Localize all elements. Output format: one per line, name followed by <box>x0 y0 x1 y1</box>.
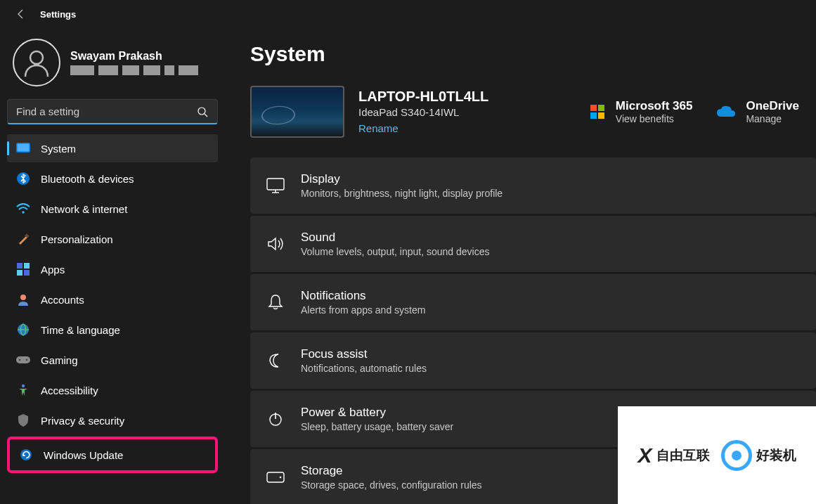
globe-icon <box>15 322 31 337</box>
watermark-circle-icon <box>721 440 752 471</box>
profile-name: Swayam Prakash <box>70 50 198 63</box>
svg-rect-10 <box>17 270 22 276</box>
cloud-name: Microsoft 365 <box>616 99 693 113</box>
back-button[interactable] <box>14 7 28 21</box>
svg-rect-25 <box>267 179 284 190</box>
onedrive-icon <box>716 105 736 119</box>
nav-list: System Bluetooth & devices Network & int… <box>7 134 218 473</box>
watermark-text-left: 自由互联 <box>656 446 710 465</box>
setting-subtitle: Alerts from apps and system <box>301 304 425 316</box>
svg-rect-21 <box>590 105 597 111</box>
cloud-sub: Manage <box>746 113 799 124</box>
svg-point-19 <box>22 385 25 387</box>
nav-label: Network & internet <box>41 203 127 215</box>
setting-sound[interactable]: Sound Volume levels, output, input, soun… <box>250 216 816 272</box>
sidebar-item-gaming[interactable]: Gaming <box>7 346 218 374</box>
brush-icon <box>15 231 31 247</box>
setting-display[interactable]: Display Monitors, brightness, night ligh… <box>250 157 816 214</box>
nav-label: Accounts <box>41 294 84 306</box>
svg-rect-23 <box>590 112 597 119</box>
svg-point-31 <box>280 477 282 479</box>
svg-point-12 <box>20 295 26 300</box>
cloud-sub: View benefits <box>616 113 693 124</box>
ms365-link[interactable]: Microsoft 365 View benefits <box>589 99 693 124</box>
setting-notifications[interactable]: Notifications Alerts from apps and syste… <box>250 274 816 330</box>
onedrive-link[interactable]: OneDrive Manage <box>716 99 799 124</box>
sidebar-item-system[interactable]: System <box>7 134 218 162</box>
page-title: System <box>250 42 816 66</box>
rename-link[interactable]: Rename <box>358 122 399 134</box>
titlebar: Settings <box>0 0 816 28</box>
setting-subtitle: Notifications, automatic rules <box>301 363 427 374</box>
setting-title: Display <box>301 172 503 186</box>
setting-title: Notifications <box>301 289 425 303</box>
sidebar-item-bluetooth[interactable]: Bluetooth & devices <box>7 164 218 193</box>
setting-subtitle: Monitors, brightness, night light, displ… <box>301 188 503 199</box>
ms365-icon <box>589 103 606 120</box>
update-icon <box>18 447 34 463</box>
setting-focus-assist[interactable]: Focus assist Notifications, automatic ru… <box>250 332 816 389</box>
svg-rect-9 <box>24 263 30 269</box>
svg-point-6 <box>22 211 25 214</box>
watermark-text-right: 好装机 <box>756 446 796 465</box>
svg-point-0 <box>30 51 43 64</box>
person-icon <box>15 292 31 307</box>
person-icon <box>21 47 52 78</box>
display-icon <box>266 176 285 195</box>
sidebar-item-network[interactable]: Network & internet <box>7 195 218 223</box>
profile-email-redacted <box>70 65 198 75</box>
setting-title: Sound <box>301 231 490 245</box>
nav-label: Personalization <box>41 233 113 245</box>
sidebar-item-personalization[interactable]: Personalization <box>7 225 218 253</box>
svg-point-17 <box>19 359 21 361</box>
svg-rect-22 <box>598 105 604 111</box>
setting-subtitle: Sleep, battery usage, battery saver <box>301 421 453 432</box>
avatar <box>13 39 60 86</box>
svg-point-18 <box>26 359 28 361</box>
sidebar-item-apps[interactable]: Apps <box>7 255 218 283</box>
bluetooth-icon <box>15 171 31 186</box>
nav-label: Privacy & security <box>41 415 124 427</box>
cloud-name: OneDrive <box>746 99 799 113</box>
profile-section[interactable]: Swayam Prakash <box>7 35 218 99</box>
setting-title: Focus assist <box>301 347 427 361</box>
nav-label: System <box>41 143 76 155</box>
watermark-logo-x: X <box>637 444 652 467</box>
svg-rect-8 <box>17 263 22 269</box>
drive-icon <box>266 467 285 487</box>
nav-label: Windows Update <box>44 449 123 461</box>
sidebar-item-accounts[interactable]: Accounts <box>7 285 218 314</box>
watermark: X 自由互联 好装机 <box>618 406 816 504</box>
sidebar-item-privacy[interactable]: Privacy & security <box>7 406 218 434</box>
sidebar-item-windows-update[interactable]: Windows Update <box>7 437 218 473</box>
accessibility-icon <box>15 382 31 398</box>
device-thumbnail[interactable] <box>250 86 344 138</box>
gamepad-icon <box>15 352 31 368</box>
shield-icon <box>15 413 31 428</box>
setting-title: Power & battery <box>301 406 453 420</box>
search-box[interactable] <box>7 99 218 124</box>
device-info: LAPTOP-HL0TL4LL IdeaPad S340-14IWL Renam… <box>358 89 589 135</box>
device-model: IdeaPad S340-14IWL <box>358 106 589 118</box>
arrow-left-icon <box>15 8 27 20</box>
search-input[interactable] <box>7 99 218 124</box>
sidebar-item-time-language[interactable]: Time & language <box>7 316 218 344</box>
nav-label: Gaming <box>41 354 78 366</box>
svg-line-2 <box>205 114 207 117</box>
nav-label: Time & language <box>41 324 120 336</box>
svg-rect-24 <box>598 112 604 119</box>
bell-icon <box>266 292 285 312</box>
app-title: Settings <box>40 9 76 20</box>
sound-icon <box>266 234 285 254</box>
nav-label: Apps <box>41 264 65 276</box>
device-name: LAPTOP-HL0TL4LL <box>358 89 589 105</box>
svg-rect-30 <box>267 472 284 482</box>
sidebar: Swayam Prakash <box>0 28 225 504</box>
system-icon <box>15 141 31 156</box>
device-header: LAPTOP-HL0TL4LL IdeaPad S340-14IWL Renam… <box>250 86 816 138</box>
svg-rect-4 <box>18 144 30 152</box>
sidebar-item-accessibility[interactable]: Accessibility <box>7 376 218 404</box>
nav-label: Accessibility <box>41 385 98 396</box>
moon-icon <box>266 351 285 370</box>
svg-point-1 <box>198 108 205 115</box>
